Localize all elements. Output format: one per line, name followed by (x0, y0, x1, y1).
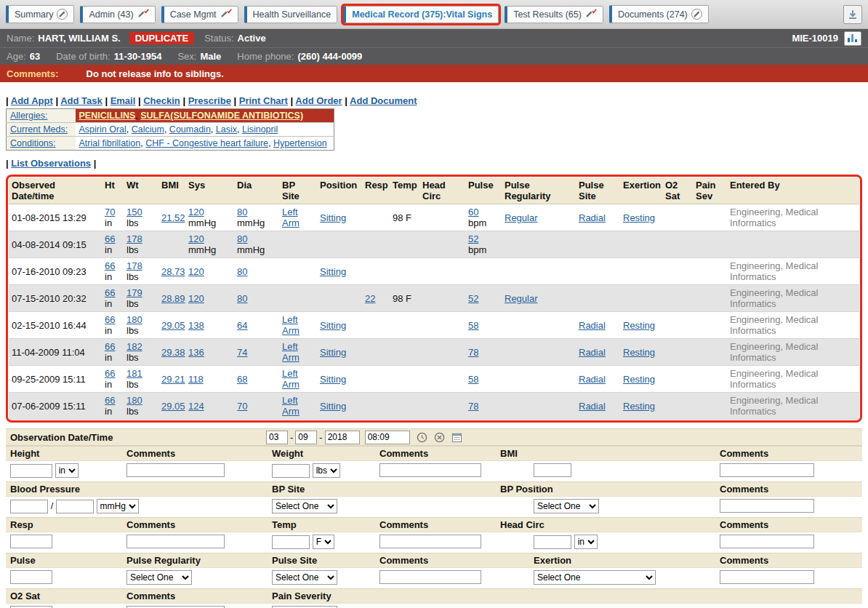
vital-value-link[interactable]: 58 (468, 374, 478, 385)
vital-value-link[interactable]: Sitting (320, 212, 346, 223)
vital-value-link[interactable]: 70 (105, 207, 115, 217)
vital-value-link[interactable]: 66 (105, 314, 115, 325)
vital-value-link[interactable]: 78 (468, 347, 478, 358)
height-input[interactable] (10, 464, 52, 478)
action-link-checkin[interactable]: Checkin (143, 95, 180, 106)
condition-link[interactable]: CHF - Congestive heart failure (145, 138, 268, 148)
vital-value-link[interactable]: Sitting (320, 347, 346, 358)
vital-value-link[interactable]: 124 (188, 401, 204, 412)
vital-value-link[interactable]: Resting (623, 347, 655, 358)
vital-value-link[interactable]: 120 (188, 233, 204, 244)
vital-value-link[interactable]: Radial (579, 212, 606, 223)
action-link-add-order[interactable]: Add Order (295, 95, 342, 106)
vital-value-link[interactable]: 66 (105, 233, 115, 244)
vital-value-link[interactable]: 52 (468, 233, 478, 244)
vital-value-link[interactable]: 120 (188, 207, 204, 217)
tab-documents-274[interactable]: Documents (274) (609, 5, 709, 23)
vital-value-link[interactable]: 21.52 (161, 212, 185, 223)
vital-value-link[interactable]: 29.21 (161, 374, 185, 385)
vital-value-link[interactable]: 138 (188, 320, 204, 331)
vital-value-link[interactable]: Sitting (320, 266, 346, 277)
vital-value-link[interactable]: Radial (579, 374, 606, 385)
tab-summary[interactable]: Summary (6, 5, 74, 23)
meds-label-link[interactable]: Current Meds: (10, 124, 68, 135)
tab-medical-record-375-vital-signs[interactable]: Medical Record (375):Vital Signs (343, 6, 499, 23)
vital-value-link[interactable]: 66 (105, 260, 115, 271)
vital-value-link[interactable]: Left Arm (282, 314, 300, 336)
bp-unit-select[interactable]: mmHg (97, 499, 139, 513)
vital-value-link[interactable]: 70 (237, 401, 247, 412)
vital-value-link[interactable]: Sitting (320, 374, 346, 385)
vital-value-link[interactable]: 66 (105, 395, 115, 406)
vital-value-link[interactable]: Resting (623, 212, 655, 223)
temp-unit-select[interactable]: F (313, 535, 334, 549)
vital-value-link[interactable]: Regular (505, 293, 538, 304)
vital-value-link[interactable]: 22 (365, 293, 375, 304)
action-link-print-chart[interactable]: Print Chart (239, 95, 288, 106)
allergies-label-link[interactable]: Allergies: (10, 111, 47, 121)
head-circ-comments-input[interactable] (720, 535, 814, 548)
tab-health-surveillance[interactable]: Health Surveillance (244, 6, 338, 23)
bp-position-select[interactable]: Select One (534, 499, 599, 513)
action-link-add-document[interactable]: Add Document (350, 95, 417, 106)
weight-input[interactable] (272, 464, 310, 478)
med-link[interactable]: Calcium (132, 124, 164, 135)
vital-value-link[interactable]: Left Arm (282, 341, 300, 363)
allergy-link[interactable]: SULFA(SULFONAMIDE ANTIBIOTICS) (140, 111, 303, 121)
vital-value-link[interactable]: Resting (623, 320, 655, 331)
vital-value-link[interactable]: 181 (126, 368, 142, 379)
obs-time-input[interactable] (365, 431, 410, 444)
vital-value-link[interactable]: 64 (237, 320, 247, 331)
pulse-site-select[interactable]: Select One (272, 570, 337, 585)
weight-unit-select[interactable]: lbs (313, 463, 340, 478)
vital-value-link[interactable]: Sitting (320, 401, 346, 412)
vital-value-link[interactable]: 68 (237, 374, 247, 385)
list-observations-link[interactable]: List Observations (11, 158, 91, 169)
action-link-add-appt[interactable]: Add Appt (11, 95, 53, 106)
vital-value-link[interactable]: 120 (188, 293, 204, 304)
height-unit-select[interactable]: in (55, 463, 79, 478)
vital-value-link[interactable]: Regular (505, 212, 538, 223)
clear-icon[interactable] (434, 432, 445, 443)
pencil-circle-icon[interactable] (691, 9, 702, 20)
bp-diastolic-input[interactable] (56, 500, 94, 513)
vital-value-link[interactable]: Left Arm (282, 368, 300, 390)
bmi-input[interactable] (534, 463, 571, 477)
resp-input[interactable] (10, 535, 52, 548)
vital-value-link[interactable]: 178 (126, 260, 142, 271)
bp-site-select[interactable]: Select One (272, 499, 337, 513)
vital-value-link[interactable]: 80 (237, 233, 247, 244)
med-link[interactable]: Aspirin Oral (79, 124, 126, 135)
vital-value-link[interactable]: Left Arm (282, 395, 300, 417)
pencil-icon[interactable] (137, 10, 149, 18)
vital-value-link[interactable]: 58 (468, 320, 478, 331)
head-circ-unit-select[interactable]: in (574, 535, 598, 549)
tab-case-mgmt[interactable]: Case Mgmt (161, 6, 238, 23)
action-link-add-task[interactable]: Add Task (60, 95, 103, 106)
clock-icon[interactable] (417, 432, 427, 443)
vital-value-link[interactable]: Resting (623, 374, 655, 385)
vital-value-link[interactable]: 29.05 (161, 320, 185, 331)
vital-value-link[interactable]: 80 (237, 293, 247, 304)
pencil-circle-icon[interactable] (57, 9, 68, 20)
conditions-label-link[interactable]: Conditions: (10, 138, 56, 148)
vital-value-link[interactable]: 118 (188, 374, 204, 385)
download-button[interactable] (843, 5, 862, 24)
med-link[interactable]: Lisinopril (242, 124, 278, 135)
med-link[interactable]: Coumadin (169, 124, 211, 135)
vital-value-link[interactable]: Left Arm (282, 207, 300, 228)
tab-test-results-65[interactable]: Test Results (65) (505, 6, 603, 23)
med-link[interactable]: Lasix (216, 124, 237, 135)
bp-systolic-input[interactable] (10, 500, 48, 513)
vital-value-link[interactable]: 66 (105, 341, 115, 352)
vital-value-link[interactable]: 28.89 (161, 293, 185, 304)
chart-button[interactable] (844, 31, 861, 46)
calendar-icon[interactable] (451, 432, 462, 443)
condition-link[interactable]: Atrial fibrillation (79, 138, 141, 148)
vital-value-link[interactable]: 60 (468, 207, 478, 217)
vital-value-link[interactable]: Radial (579, 320, 606, 331)
vital-value-link[interactable]: Sitting (320, 320, 346, 331)
tab-admin-43[interactable]: Admin (43) (80, 6, 155, 23)
vital-value-link[interactable]: 52 (468, 293, 478, 304)
vital-value-link[interactable]: 29.38 (161, 347, 185, 358)
